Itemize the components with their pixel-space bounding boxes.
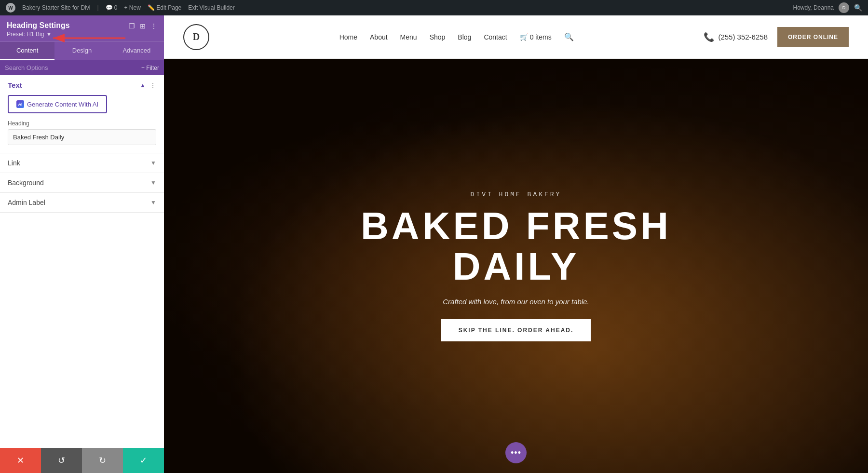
link-section-title: Link [8, 159, 20, 167]
search-options-input[interactable] [5, 64, 137, 71]
save-icon: ✓ [140, 455, 147, 466]
undo-icon: ↺ [58, 455, 65, 466]
link-section-header[interactable]: Link ▼ [0, 153, 164, 173]
save-button[interactable]: ✓ [123, 448, 164, 473]
redo-button[interactable]: ↻ [82, 448, 123, 473]
link-section: Link ▼ [0, 153, 164, 173]
grid-icon[interactable]: ⊞ [140, 22, 146, 30]
link-section-chevron-icon: ▼ [150, 160, 156, 166]
text-section: Text ▲ ⋮ AI Generate Content With AI Hea… [0, 75, 164, 153]
site-nav: D Home About Menu Shop Blog Contact 🛒 0 … [164, 15, 868, 59]
admin-bar-comments[interactable]: 💬 0 [106, 4, 118, 11]
tab-advanced[interactable]: Advanced [109, 42, 164, 60]
admin-label-section-header[interactable]: Admin Label ▼ [0, 193, 164, 212]
admin-label-section: Admin Label ▼ [0, 193, 164, 213]
admin-bar-edit-page[interactable]: ✏️ Edit Page [148, 4, 181, 11]
site-nav-right: 📞 (255) 352-6258 ORDER ONLINE [704, 27, 849, 47]
panel-preset-dropdown[interactable]: Preset: H1 Big ▼ [7, 31, 70, 38]
admin-bar-search-icon[interactable]: 🔍 [854, 4, 862, 12]
preset-label: Preset: H1 Big [7, 31, 44, 38]
left-panel: Heading Settings Preset: H1 Big ▼ ❐ ⊞ ⋮ [0, 15, 164, 473]
filter-button[interactable]: + Filter [141, 65, 159, 71]
admin-bar-site-name[interactable]: Bakery Starter Site for Divi [22, 4, 90, 11]
panel-footer: ✕ ↺ ↻ ✓ [0, 448, 164, 473]
ai-generate-button[interactable]: AI Generate Content With AI [8, 95, 107, 113]
main-layout: Heading Settings Preset: H1 Big ▼ ❐ ⊞ ⋮ [0, 15, 868, 473]
hero-dots-button[interactable]: ••• [505, 442, 527, 463]
redo-icon: ↻ [99, 455, 106, 466]
admin-bar-howdy: Howdy, Deanna [793, 4, 834, 11]
wp-logo-icon[interactable]: W [6, 3, 15, 13]
panel-header: Heading Settings Preset: H1 Big ▼ ❐ ⊞ ⋮ [0, 15, 164, 42]
heading-input[interactable] [8, 129, 156, 145]
panel-header-icons: ❐ ⊞ ⋮ [129, 22, 157, 30]
ai-generate-label: Generate Content With AI [27, 101, 98, 108]
nav-shop[interactable]: Shop [430, 33, 446, 41]
phone-area: 📞 (255) 352-6258 [704, 32, 768, 42]
more-options-icon[interactable]: ⋮ [150, 22, 157, 30]
tab-bar: Content Design Advanced [0, 42, 164, 60]
site-preview: D Home About Menu Shop Blog Contact 🛒 0 … [164, 15, 868, 473]
nav-menu[interactable]: Menu [400, 33, 417, 41]
order-online-button[interactable]: ORDER ONLINE [777, 27, 849, 47]
text-section-dots-icon[interactable]: ⋮ [149, 81, 156, 89]
nav-blog[interactable]: Blog [458, 33, 471, 41]
background-section: Background ▼ [0, 173, 164, 193]
site-search-icon[interactable]: 🔍 [564, 32, 574, 41]
admin-bar-left: W Bakery Starter Site for Divi | 💬 0 + N… [6, 3, 235, 13]
text-section-controls: ▲ ⋮ [140, 81, 156, 89]
heading-field-group: Heading [0, 120, 164, 153]
heading-field-label: Heading [8, 120, 156, 127]
admin-bar-avatar[interactable]: D [839, 2, 849, 13]
nav-cart[interactable]: 🛒 0 items [520, 33, 552, 41]
text-section-header[interactable]: Text ▲ ⋮ [0, 75, 164, 93]
cancel-icon: ✕ [17, 455, 24, 466]
text-section-chevron-icon: ▲ [140, 82, 146, 89]
hero-section: DIVI HOME BAKERY BAKED FRESHDAILY Crafte… [164, 59, 868, 473]
site-logo: D [183, 24, 209, 50]
search-bar: + Filter [0, 60, 164, 75]
panel-body: Text ▲ ⋮ AI Generate Content With AI Hea… [0, 75, 164, 448]
admin-label-section-title: Admin Label [8, 199, 45, 206]
cart-icon: 🛒 [520, 33, 528, 41]
text-section-title: Text [8, 81, 22, 89]
panel-header-left: Heading Settings Preset: H1 Big ▼ [7, 21, 70, 38]
hero-content: DIVI HOME BAKERY BAKED FRESHDAILY Crafte… [351, 181, 681, 351]
hero-dots-icon: ••• [511, 448, 521, 458]
wp-admin-bar: W Bakery Starter Site for Divi | 💬 0 + N… [0, 0, 868, 15]
hero-cta-button[interactable]: SKIP THE LINE. ORDER AHEAD. [441, 319, 591, 341]
site-nav-links: Home About Menu Shop Blog Contact 🛒 0 it… [339, 32, 574, 41]
nav-contact[interactable]: Contact [484, 33, 507, 41]
hero-title: BAKED FRESHDAILY [361, 206, 671, 287]
cancel-button[interactable]: ✕ [0, 448, 41, 473]
admin-bar-exit-builder[interactable]: Exit Visual Builder [188, 4, 235, 11]
tab-design[interactable]: Design [54, 42, 109, 60]
background-section-header[interactable]: Background ▼ [0, 173, 164, 192]
nav-home[interactable]: Home [339, 33, 357, 41]
panel-title: Heading Settings [7, 21, 70, 30]
preset-dropdown-icon: ▼ [46, 31, 52, 38]
copy-icon[interactable]: ❐ [129, 22, 135, 30]
background-section-chevron-icon: ▼ [150, 179, 156, 186]
cart-count: 0 items [530, 33, 552, 41]
phone-number: (255) 352-6258 [718, 33, 768, 41]
admin-bar-right: Howdy, Deanna D 🔍 [793, 2, 863, 13]
phone-icon: 📞 [704, 32, 714, 42]
admin-label-section-chevron-icon: ▼ [150, 199, 156, 206]
tab-content[interactable]: Content [0, 42, 54, 60]
admin-bar-new[interactable]: + New [124, 4, 141, 11]
hero-description: Crafted with love, from our oven to your… [361, 297, 671, 306]
ai-icon: AI [16, 100, 24, 108]
hero-subtitle: DIVI HOME BAKERY [361, 191, 671, 198]
undo-button[interactable]: ↺ [41, 448, 82, 473]
background-section-title: Background [8, 179, 44, 187]
nav-about[interactable]: About [370, 33, 388, 41]
